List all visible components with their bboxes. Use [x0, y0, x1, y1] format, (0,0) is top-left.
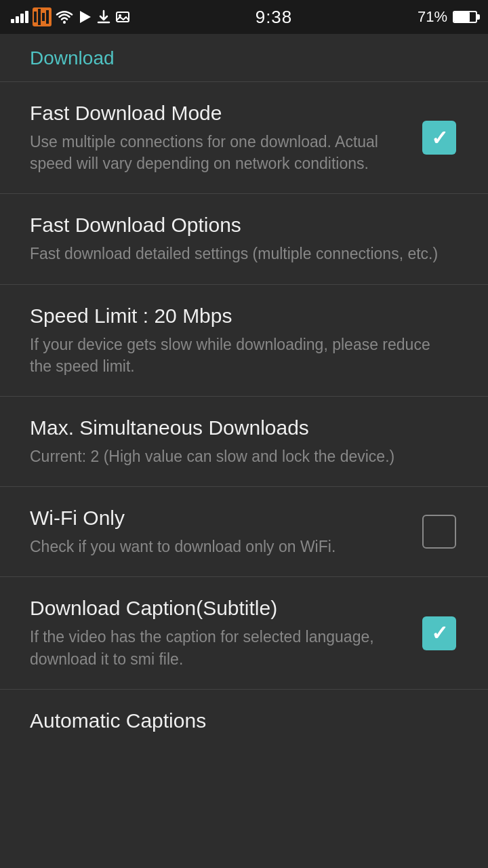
fast-download-mode-title: Fast Download Mode [30, 101, 407, 125]
carrier-icon [33, 7, 52, 26]
status-time: 9:38 [256, 7, 293, 28]
wifi-only-desc: Check if you want to download only on Wi… [30, 536, 407, 557]
status-icons-left [11, 7, 130, 26]
image-icon [115, 9, 130, 24]
settings-item-automatic-captions[interactable]: Automatic Captions [0, 690, 488, 745]
download-caption-desc: If the video has the caption for selecte… [30, 626, 407, 669]
settings-content: Download Fast Download Mode Use multiple… [0, 34, 488, 745]
automatic-captions-title: Automatic Captions [30, 709, 445, 733]
speed-limit-desc: If your device gets slow while downloadi… [30, 334, 445, 377]
fast-download-options-title: Fast Download Options [30, 213, 445, 237]
checkbox-checked-icon-2 [422, 616, 456, 650]
checkbox-checked-icon [422, 121, 456, 155]
svg-point-5 [63, 21, 66, 24]
fast-download-mode-desc: Use multiple connections for one downloa… [30, 131, 407, 174]
svg-marker-6 [80, 11, 91, 23]
download-icon [96, 9, 111, 24]
section-header-download: Download [0, 47, 488, 81]
signal-icon [11, 11, 28, 23]
speed-limit-title: Speed Limit : 20 Mbps [30, 304, 445, 328]
fast-download-mode-checkbox[interactable] [420, 119, 458, 157]
settings-item-max-simultaneous[interactable]: Max. Simultaneous Downloads Current: 2 (… [0, 397, 488, 486]
wifi-icon [56, 9, 73, 24]
battery-icon [453, 11, 477, 23]
checkbox-unchecked-icon [422, 515, 456, 549]
max-simultaneous-title: Max. Simultaneous Downloads [30, 416, 445, 440]
svg-rect-8 [117, 12, 129, 22]
status-icons-right: 71% [418, 8, 477, 26]
svg-rect-1 [34, 12, 37, 22]
settings-item-fast-download-options[interactable]: Fast Download Options Fast download deta… [0, 194, 488, 283]
download-caption-title: Download Caption(Subtitle) [30, 596, 407, 620]
wifi-only-title: Wi-Fi Only [30, 506, 407, 530]
settings-item-speed-limit[interactable]: Speed Limit : 20 Mbps If your device get… [0, 285, 488, 396]
battery-percent: 71% [418, 8, 447, 26]
settings-item-download-caption[interactable]: Download Caption(Subtitle) If the video … [0, 577, 488, 688]
max-simultaneous-desc: Current: 2 (High value can slow and lock… [30, 446, 445, 467]
wifi-only-checkbox[interactable] [420, 513, 458, 551]
svg-rect-4 [46, 10, 49, 24]
settings-item-fast-download-mode[interactable]: Fast Download Mode Use multiple connecti… [0, 82, 488, 193]
play-icon [77, 9, 92, 24]
download-caption-checkbox[interactable] [420, 614, 458, 652]
svg-rect-2 [38, 9, 41, 25]
status-bar: 9:38 71% [0, 0, 488, 34]
svg-rect-3 [42, 13, 45, 21]
settings-item-wifi-only[interactable]: Wi-Fi Only Check if you want to download… [0, 487, 488, 576]
fast-download-options-desc: Fast download detailed settings (multipl… [30, 243, 445, 264]
